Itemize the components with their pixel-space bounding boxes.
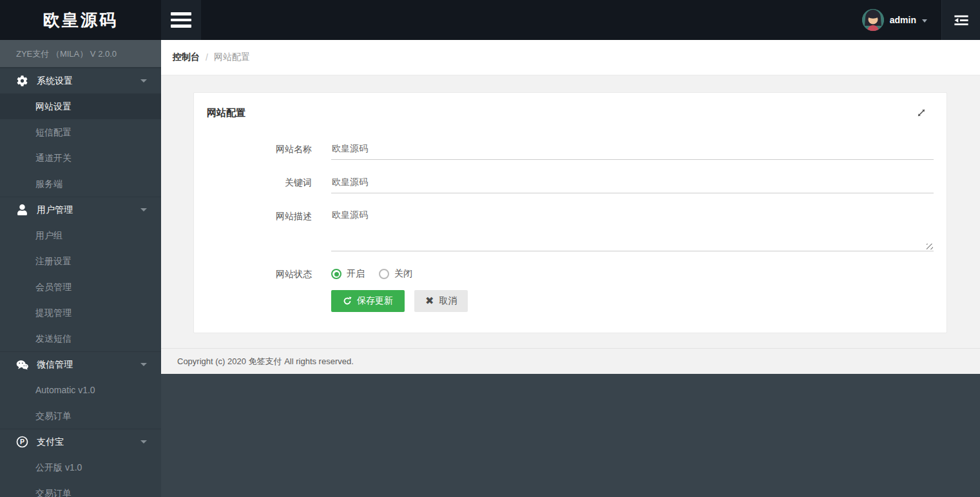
save-update-label: 保存更新: [357, 295, 393, 307]
topbar: 欧皇源码 admin: [0, 0, 980, 40]
radio-status-on[interactable]: 开启: [331, 268, 365, 280]
form-actions: 保存更新 ✖ 取消: [331, 290, 934, 312]
card-header: 网站配置: [194, 93, 946, 121]
site-name-label: 网站名称: [194, 138, 312, 160]
logo-text: 欧皇源码: [43, 9, 118, 32]
form-row-site-name: 网站名称: [194, 138, 934, 160]
sidebar-section-label: 微信管理: [37, 359, 140, 371]
chevron-down-icon: [140, 363, 147, 366]
keywords-label: 关键词: [194, 171, 312, 193]
chevron-down-icon: [922, 19, 927, 23]
radio-off-label[interactable]: 关闭: [394, 268, 412, 280]
page-background-filler: [161, 374, 980, 497]
hamburger-bar: [171, 24, 191, 28]
sidebar-item-member-management[interactable]: 会员管理: [0, 274, 161, 300]
app-version: ZYE支付 （MILA） V 2.0.0: [0, 40, 161, 68]
radio-selected-icon[interactable]: [331, 269, 341, 279]
chevron-down-icon: [140, 440, 147, 443]
resize-handle-icon[interactable]: [927, 244, 933, 249]
website-config-card: 网站配置 网站名称: [193, 92, 947, 333]
user-icon: [16, 204, 28, 216]
sidebar-section-alipay[interactable]: P 支付宝: [0, 429, 161, 454]
wechat-icon: [16, 359, 28, 371]
breadcrumb-console[interactable]: 控制台: [173, 52, 200, 63]
breadcrumb-separator: /: [206, 52, 208, 63]
sidebar-section-wechat-management[interactable]: 微信管理: [0, 351, 161, 377]
sidebar-section-system-settings[interactable]: 系统设置: [0, 68, 161, 93]
content-area: 网站配置 网站名称: [161, 75, 980, 348]
sidebar-item-sms-config[interactable]: 短信配置: [0, 119, 161, 145]
hamburger-menu-icon[interactable]: [161, 0, 201, 40]
username: admin: [890, 15, 916, 25]
alipay-icon: P: [16, 436, 28, 448]
topbar-right: admin: [848, 0, 980, 40]
chevron-down-icon: [140, 79, 147, 83]
sidebar-item-send-sms[interactable]: 发送短信: [0, 326, 161, 351]
sidebar-item-user-group[interactable]: 用户组: [0, 222, 161, 248]
hamburger-bar: [171, 19, 191, 22]
avatar: [862, 9, 884, 31]
sidebar-item-channel-switch[interactable]: 通道开关: [0, 145, 161, 171]
svg-text:P: P: [20, 438, 24, 445]
description-textarea[interactable]: 欧皇源码: [331, 205, 934, 251]
cancel-button[interactable]: ✖ 取消: [414, 290, 468, 312]
close-icon: ✖: [425, 296, 434, 306]
description-label: 网站描述: [194, 205, 312, 251]
expand-fullscreen-icon[interactable]: [916, 107, 927, 121]
breadcrumb: 控制台 / 网站配置: [161, 40, 980, 75]
sidebar-section-label: 系统设置: [37, 75, 140, 87]
sidebar-section-user-management[interactable]: 用户管理: [0, 197, 161, 222]
sidebar-item-server[interactable]: 服务端: [0, 171, 161, 197]
chevron-down-icon: [140, 208, 147, 211]
card-body: 网站名称 关键词 网站描述 欧皇源码: [194, 121, 946, 331]
save-update-button[interactable]: 保存更新: [331, 290, 405, 312]
form-row-status: 网站状态 开启 关闭: [194, 263, 934, 280]
form-row-description: 网站描述 欧皇源码: [194, 205, 934, 251]
user-menu[interactable]: admin: [848, 0, 941, 40]
logo: 欧皇源码: [0, 0, 161, 40]
cancel-label: 取消: [439, 295, 457, 307]
card-title: 网站配置: [207, 107, 916, 119]
outdent-sidebar-toggle-icon[interactable]: [941, 0, 980, 40]
sidebar-item-register-settings[interactable]: 注册设置: [0, 248, 161, 274]
sidebar-item-website-settings[interactable]: 网站设置: [0, 93, 161, 119]
sidebar-section-label: 用户管理: [37, 204, 140, 216]
gear-icon: [16, 75, 28, 87]
sidebar-item-public-v1[interactable]: 公开版 v1.0: [0, 454, 161, 480]
main-area: 控制台 / 网站配置 网站配置: [161, 40, 980, 497]
hamburger-bar: [171, 12, 191, 15]
refresh-icon: [343, 297, 352, 306]
sidebar-item-alipay-orders[interactable]: 交易订单: [0, 480, 161, 497]
form-row-keywords: 关键词: [194, 171, 934, 193]
sidebar-item-withdraw-management[interactable]: 提现管理: [0, 300, 161, 326]
radio-status-off[interactable]: 关闭: [379, 268, 412, 280]
keywords-input[interactable]: [331, 171, 934, 193]
sidebar-item-wechat-orders[interactable]: 交易订单: [0, 403, 161, 429]
site-name-input[interactable]: [331, 138, 934, 160]
footer: Copyright (c) 2020 免签支付 All rights reser…: [161, 348, 980, 374]
sidebar-item-automatic-v1[interactable]: Automatic v1.0: [0, 377, 161, 403]
radio-unselected-icon[interactable]: [379, 269, 389, 279]
sidebar-section-label: 支付宝: [37, 436, 140, 448]
status-label: 网站状态: [194, 263, 312, 280]
breadcrumb-current: 网站配置: [214, 52, 250, 63]
radio-on-label[interactable]: 开启: [347, 268, 365, 280]
copyright-text: Copyright (c) 2020 免签支付 All rights reser…: [177, 356, 354, 366]
sidebar: ZYE支付 （MILA） V 2.0.0 系统设置 网站设置 短信配置 通道开关…: [0, 40, 161, 497]
